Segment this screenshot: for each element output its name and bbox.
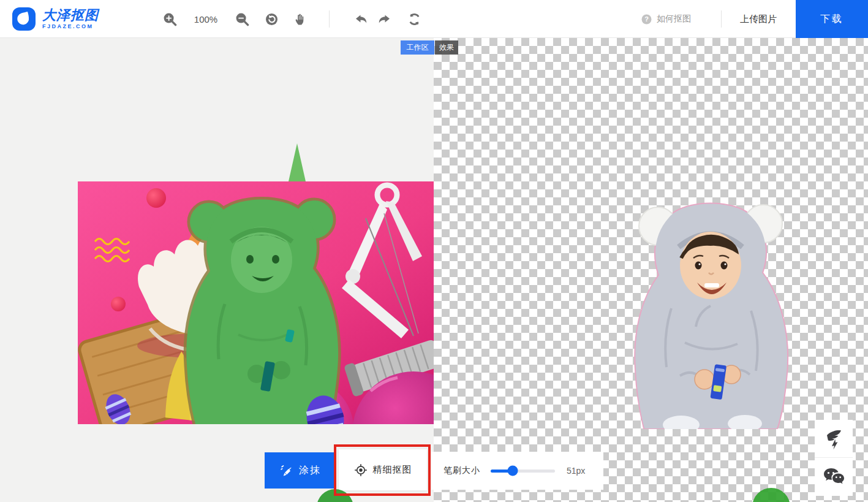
help-label: 如何抠图	[657, 13, 691, 25]
refresh-button[interactable]	[405, 0, 423, 38]
wechat-icon	[823, 467, 845, 487]
fine-cutout-label: 精细抠图	[373, 464, 412, 476]
app-root: 大泽抠图 FJDAZE.COM 100%	[0, 0, 868, 502]
how-to-cutout-link[interactable]: ? 如何抠图	[641, 0, 691, 38]
marker-pen-icon	[280, 464, 293, 477]
download-button[interactable]: 下载	[796, 0, 868, 38]
zoom-in-button[interactable]	[160, 0, 179, 38]
mask-paint-spike	[285, 143, 308, 181]
brush-size-value: 51px	[567, 466, 585, 476]
refresh-icon	[407, 12, 421, 26]
reset-view-button[interactable]	[262, 0, 281, 38]
masked-baby	[186, 200, 338, 425]
original-image-with-mask[interactable]	[78, 181, 434, 424]
smear-button[interactable]: 涂抹	[265, 452, 336, 489]
zoom-out-button[interactable]	[233, 0, 251, 38]
editor-main: 工作区 效果	[0, 38, 868, 502]
brush-size-panel: 笔刷大小 51px	[431, 452, 603, 490]
brush-size-slider[interactable]	[491, 470, 555, 473]
dingtalk-icon	[823, 428, 844, 449]
redo-button[interactable]	[375, 0, 393, 38]
svg-text:?: ?	[644, 15, 649, 23]
help-icon: ?	[641, 14, 652, 25]
zoom-level: 100%	[190, 0, 222, 38]
redo-icon	[377, 12, 391, 26]
cutout-result-image	[622, 181, 802, 429]
hand-icon	[294, 12, 308, 26]
logo-icon	[11, 6, 37, 32]
brush-size-label: 笔刷大小	[443, 465, 480, 476]
logo-subtitle: FJDAZE.COM	[42, 24, 99, 29]
smear-label: 涂抹	[299, 464, 321, 477]
dingtalk-share-button[interactable]	[815, 420, 853, 458]
logo-title: 大泽抠图	[42, 9, 99, 22]
zoom-in-icon	[163, 12, 177, 26]
reset-view-icon	[265, 12, 279, 26]
logo[interactable]: 大泽抠图 FJDAZE.COM	[11, 0, 99, 38]
toolbar-divider	[329, 10, 330, 28]
upload-image-button[interactable]: 上传图片	[722, 0, 795, 38]
tab-workspace[interactable]: 工作区	[401, 40, 434, 55]
pan-tool-button[interactable]	[292, 0, 310, 38]
tab-effect[interactable]: 效果	[435, 40, 458, 55]
top-toolbar: 大泽抠图 FJDAZE.COM 100%	[0, 0, 868, 38]
wechat-share-button[interactable]	[815, 458, 853, 496]
target-icon	[354, 463, 368, 477]
undo-icon	[354, 12, 368, 26]
zoom-out-icon	[235, 12, 249, 26]
undo-button[interactable]	[352, 0, 370, 38]
fine-cutout-button[interactable]: 精细抠图	[339, 449, 427, 490]
slider-thumb[interactable]	[507, 466, 518, 476]
